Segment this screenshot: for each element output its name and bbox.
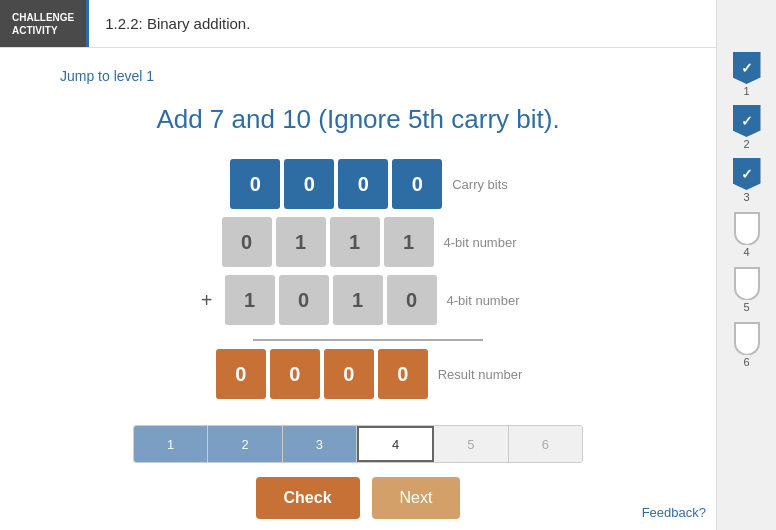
- jump-to-level-link[interactable]: Jump to level 1: [60, 68, 154, 84]
- challenge-label: CHALLENGE ACTIVITY: [0, 0, 89, 47]
- num2-bit-0[interactable]: 1: [225, 275, 275, 325]
- carry-bits-row: 0 0 0 0 Carry bits: [208, 159, 508, 209]
- button-row: Check Next: [256, 477, 461, 519]
- num1-label: 4-bit number: [444, 235, 517, 250]
- check-button[interactable]: Check: [256, 477, 360, 519]
- num1-bit-2[interactable]: 1: [330, 217, 380, 267]
- result-label: Result number: [438, 367, 523, 382]
- plus-sign: +: [197, 289, 217, 312]
- tab-5[interactable]: 5: [434, 426, 508, 462]
- badge-outline-4: [733, 211, 761, 245]
- carry-bit-2[interactable]: 0: [338, 159, 388, 209]
- next-button[interactable]: Next: [372, 477, 461, 519]
- feedback-link[interactable]: Feedback?: [642, 505, 706, 520]
- tab-2[interactable]: 2: [208, 426, 282, 462]
- carry-label: Carry bits: [452, 177, 508, 192]
- sidebar-item-3[interactable]: ✓ 3: [733, 158, 761, 203]
- tab-4[interactable]: 4: [357, 426, 434, 462]
- binary-section: 0 0 0 0 Carry bits 0 1 1 1 4-bit number …: [20, 159, 696, 407]
- sidebar-item-2[interactable]: ✓ 2: [733, 105, 761, 150]
- num1-bit-1[interactable]: 1: [276, 217, 326, 267]
- sidebar-num-4: 4: [743, 246, 749, 258]
- num2-bit-2[interactable]: 1: [333, 275, 383, 325]
- sidebar-num-6: 6: [743, 356, 749, 368]
- num2-row: + 1 0 1 0 4-bit number: [197, 275, 520, 325]
- result-row: 0 0 0 0 Result number: [194, 349, 523, 399]
- carry-bit-1[interactable]: 0: [284, 159, 334, 209]
- progress-tabs: 1 2 3 4 5 6: [133, 425, 583, 463]
- badge-outline-5: [733, 266, 761, 300]
- result-bit-1[interactable]: 0: [270, 349, 320, 399]
- badge-2: ✓: [733, 105, 761, 137]
- divider: [253, 339, 483, 341]
- num2-label: 4-bit number: [447, 293, 520, 308]
- tab-3[interactable]: 3: [283, 426, 357, 462]
- sidebar-num-2: 2: [743, 138, 749, 150]
- carry-bit-3[interactable]: 0: [392, 159, 442, 209]
- sidebar-item-6[interactable]: 6: [733, 321, 761, 368]
- carry-bit-0[interactable]: 0: [230, 159, 280, 209]
- num1-bit-0[interactable]: 0: [222, 217, 272, 267]
- sidebar-num-3: 3: [743, 191, 749, 203]
- result-bit-0[interactable]: 0: [216, 349, 266, 399]
- num1-row: 0 1 1 1 4-bit number: [200, 217, 517, 267]
- num2-bit-3[interactable]: 0: [387, 275, 437, 325]
- question-title: Add 7 and 10 (Ignore 5th carry bit).: [156, 104, 559, 135]
- sidebar-item-1[interactable]: ✓ 1: [733, 52, 761, 97]
- num2-bit-1[interactable]: 0: [279, 275, 329, 325]
- sidebar-item-5[interactable]: 5: [733, 266, 761, 313]
- tab-1[interactable]: 1: [134, 426, 208, 462]
- badge-1: ✓: [733, 52, 761, 84]
- badge-3: ✓: [733, 158, 761, 190]
- main-content: Jump to level 1 Add 7 and 10 (Ignore 5th…: [0, 48, 716, 530]
- tab-6[interactable]: 6: [509, 426, 582, 462]
- sidebar-num-1: 1: [743, 85, 749, 97]
- page-header: CHALLENGE ACTIVITY 1.2.2: Binary additio…: [0, 0, 776, 48]
- badge-outline-6: [733, 321, 761, 355]
- result-bit-2[interactable]: 0: [324, 349, 374, 399]
- header-title: 1.2.2: Binary addition.: [89, 15, 744, 32]
- sidebar-item-4[interactable]: 4: [733, 211, 761, 258]
- sidebar-num-5: 5: [743, 301, 749, 313]
- sidebar: ✓ 1 ✓ 2 ✓ 3 4 5 6: [716, 0, 776, 530]
- num1-bit-3[interactable]: 1: [384, 217, 434, 267]
- result-bit-3[interactable]: 0: [378, 349, 428, 399]
